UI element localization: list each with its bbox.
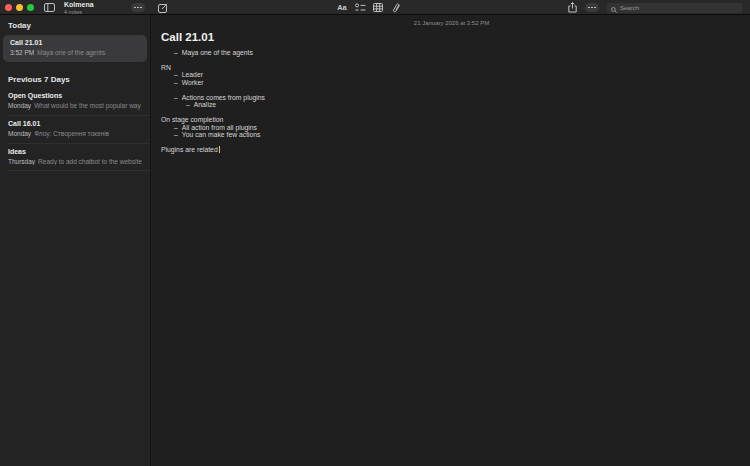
body-line: –You can make few actions (161, 131, 742, 139)
bullet-dash: – (174, 124, 178, 132)
note-item-title: Open Questions (8, 92, 142, 100)
ellipsis-icon (131, 3, 145, 12)
note-item-date: 3:52 PM (10, 49, 34, 56)
note-item-preview: MondayФлоу: Створення токенів (8, 130, 142, 137)
body-line: –Analize (161, 101, 742, 109)
table-button[interactable] (370, 0, 386, 15)
body-line: –Leader (161, 71, 742, 79)
note-item-preview: 3:52 PMMaya one of the agents (10, 49, 140, 56)
share-icon (568, 2, 577, 13)
note-body: –Maya one of the agentsRN–Leader–Worker–… (161, 49, 742, 154)
note-item-date: Thursday (8, 158, 35, 165)
line-text: Worker (182, 79, 204, 87)
checklist-icon (355, 3, 366, 12)
notes-window: Kolmena 4 notes Aa (0, 0, 750, 466)
line-text: Leader (182, 71, 203, 79)
bullet-dash: – (174, 79, 178, 87)
note-more-button[interactable] (584, 0, 600, 15)
section-header: Previous 7 Days (0, 64, 150, 88)
note-list-item[interactable]: Open QuestionsMondayWhat would be the mo… (0, 88, 150, 115)
bullet-dash: – (174, 49, 178, 57)
note-list-item[interactable]: IdeasThursdayReady to add chatbot to the… (0, 144, 150, 171)
share-button[interactable] (564, 0, 580, 15)
line-text: Actions comes from plugins (182, 94, 265, 102)
table-icon (373, 3, 383, 12)
line-text: All action from all plugins (182, 124, 257, 132)
note-item-date: Monday (8, 130, 31, 137)
body-line: On stage completion (161, 116, 742, 124)
note-editor[interactable]: 21 January 2026 at 3:52 PM Call 21.01 –M… (151, 15, 750, 466)
bullet-dash: – (174, 94, 178, 102)
note-timestamp: 21 January 2026 at 3:52 PM (161, 20, 742, 26)
note-list: TodayCall 21.013:52 PMMaya one of the ag… (0, 15, 151, 466)
line-text: Plugins are related (161, 146, 218, 154)
content-area: TodayCall 21.013:52 PMMaya one of the ag… (0, 15, 750, 466)
blank-line (161, 109, 742, 117)
window-controls (5, 2, 34, 13)
note-item-title: Call 16.01 (8, 120, 142, 128)
line-text: Analize (194, 101, 216, 109)
note-item-title: Call 21.01 (10, 39, 140, 47)
line-text: RN (161, 64, 171, 72)
folder-header: Kolmena 4 notes (64, 1, 94, 15)
body-line: –Worker (161, 79, 742, 87)
toolbar: Kolmena 4 notes Aa (0, 0, 750, 15)
search-placeholder: Search (620, 5, 639, 11)
zoom-window-button[interactable] (27, 4, 34, 11)
line-text: You can make few actions (182, 131, 261, 139)
blank-line (161, 56, 742, 64)
blank-line (161, 86, 742, 94)
line-text: Maya one of the agents (182, 49, 253, 57)
body-line: –All action from all plugins (161, 124, 742, 132)
folder-title: Kolmena (64, 1, 94, 8)
body-line: RN (161, 64, 742, 72)
note-item-preview: ThursdayReady to add chatbot to the webs… (8, 158, 142, 165)
body-line: –Maya one of the agents (161, 49, 742, 57)
note-item-title: Ideas (8, 148, 142, 156)
compose-icon (158, 3, 168, 13)
note-title: Call 21.01 (161, 31, 742, 45)
search-input[interactable]: Search (607, 3, 743, 13)
sidebar-toggle-button[interactable] (41, 0, 57, 15)
note-item-date: Monday (8, 102, 31, 109)
close-window-button[interactable] (5, 4, 12, 11)
checklist-button[interactable] (352, 0, 368, 15)
bullet-dash: – (186, 101, 190, 109)
note-item-preview: MondayWhat would be the most popular way… (8, 102, 142, 109)
line-text: On stage completion (161, 116, 223, 124)
section-header: Today (0, 15, 150, 34)
text-caret (219, 146, 221, 153)
format-button[interactable]: Aa (334, 0, 350, 15)
body-line: –Actions comes from plugins (161, 94, 742, 102)
minimize-window-button[interactable] (16, 4, 23, 11)
attachment-icon (392, 3, 401, 13)
bullet-dash: – (174, 131, 178, 139)
note-list-item[interactable]: Call 21.013:52 PMMaya one of the agents (3, 35, 147, 62)
bullet-dash: – (174, 71, 178, 79)
attach-button[interactable] (388, 0, 404, 15)
row-divider (8, 170, 150, 171)
blank-line (161, 139, 742, 147)
note-list-item[interactable]: Call 16.01MondayФлоу: Створення токенів (0, 116, 150, 143)
ellipsis-icon (585, 3, 599, 12)
new-note-button[interactable] (155, 0, 171, 15)
folder-note-count: 4 notes (64, 10, 94, 16)
sidebar-toggle-icon (44, 3, 55, 12)
list-more-button[interactable] (130, 0, 146, 15)
format-icon: Aa (337, 3, 347, 12)
body-line: Plugins are related (161, 146, 742, 154)
